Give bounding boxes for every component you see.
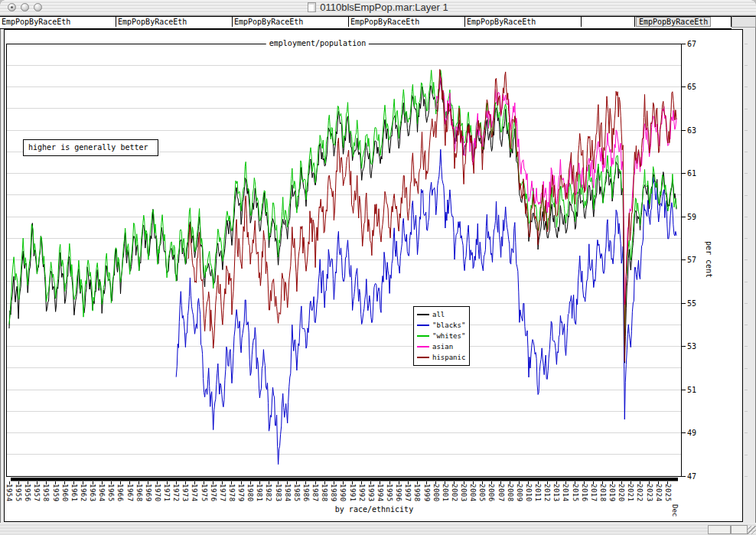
- x-tick-label: 1984: [284, 484, 292, 502]
- title-bar[interactable]: 0110blsEmpPop.mar:Layer 1: [0, 0, 756, 16]
- tab-emppopbyraceeth[interactable]: EmpPopByRaceEth: [465, 17, 582, 27]
- x-tick-label: 1987: [311, 484, 319, 502]
- tab-label: EmpPopByRaceEth: [636, 17, 711, 27]
- bottom-window-strip: [0, 523, 756, 535]
- x-tick-label: 2015: [572, 484, 579, 502]
- x-tick-label: 1988: [321, 484, 328, 502]
- x-tick-label: 2016: [581, 484, 588, 502]
- x-axis-end-label: Dec: [671, 504, 679, 517]
- tab-emppopbyraceeth[interactable]: EmpPopByRaceEth: [116, 17, 233, 27]
- y-tick-label: 57: [687, 256, 696, 264]
- y-tick-label: 67: [687, 40, 696, 48]
- x-tick-label: 1985: [293, 484, 301, 502]
- legend-line-swatch: [417, 325, 429, 326]
- chart-title: employment/population: [266, 39, 369, 48]
- legend-item: hispanic: [414, 352, 469, 363]
- x-tick-label: 1980: [246, 484, 254, 502]
- x-tick-label: 2002: [451, 484, 458, 502]
- x-tick-label: 1998: [413, 484, 421, 502]
- document-icon[interactable]: [308, 2, 316, 12]
- chart-plot: 1954195519561957195819591960196119621963…: [4, 29, 743, 522]
- y-tick-label: 63: [687, 126, 696, 135]
- x-tick-label: 1970: [154, 484, 161, 502]
- legend: all"blacks""whites"asianhispanic: [413, 306, 470, 366]
- legend-line-swatch: [417, 335, 429, 337]
- layer-tab-row: EmpPopByRaceEthEmpPopByRaceEthEmpPopByRa…: [0, 16, 732, 29]
- x-tick-label: 2003: [460, 484, 468, 502]
- x-tick-label: 2018: [599, 484, 607, 502]
- annotation-text: higher is generally better: [28, 143, 148, 152]
- x-tick-label: 1994: [376, 484, 384, 502]
- x-tick-label: 2012: [543, 484, 551, 502]
- x-tick-label: 1978: [228, 484, 236, 502]
- legend-item: "blacks": [414, 320, 469, 331]
- y-axis-title: per cent: [705, 241, 713, 278]
- x-tick-label: 2019: [608, 484, 616, 502]
- legend-item: asian: [414, 341, 469, 352]
- x-tick-label: 1957: [33, 484, 41, 502]
- y-tick-label: 47: [687, 472, 696, 481]
- x-tick-label: 1969: [145, 484, 152, 502]
- tab-spacer: [582, 17, 635, 27]
- x-tick-label: 2023: [646, 484, 653, 502]
- tab-emppopbyraceeth-selected[interactable]: EmpPopByRaceEth: [635, 17, 732, 27]
- x-tick-label: 1993: [367, 484, 375, 502]
- x-tick-label: 2014: [562, 484, 569, 502]
- x-axis-ticks: 1954195519561957195819591960196119621963…: [5, 481, 672, 502]
- x-tick-label: 1958: [42, 484, 50, 502]
- pane-control-box[interactable]: [731, 525, 748, 534]
- x-tick-label: 1976: [210, 484, 217, 502]
- x-tick-label: 1967: [126, 484, 134, 502]
- x-tick-label: 1983: [275, 484, 282, 502]
- x-tick-label: 1996: [395, 484, 402, 502]
- x-tick-label: 2011: [534, 484, 542, 502]
- x-tick-label: 1974: [191, 484, 198, 502]
- x-tick-label: 1962: [80, 484, 87, 502]
- x-tick-label: 2020: [618, 484, 625, 502]
- x-tick-label: 1956: [24, 484, 31, 502]
- x-tick-label: 2006: [487, 484, 495, 502]
- x-tick-label: 1963: [89, 484, 96, 502]
- x-tick-label: 1992: [358, 484, 366, 502]
- x-tick-label: 2022: [636, 484, 644, 502]
- x-tick-label: 1966: [116, 484, 124, 502]
- tab-row-end-box[interactable]: [732, 16, 756, 28]
- legend-line-swatch: [417, 346, 429, 347]
- x-tick-label: 1989: [330, 484, 337, 502]
- x-tick-label: 1955: [15, 484, 22, 502]
- annotation-box: higher is generally better: [23, 139, 158, 156]
- x-tick-label: 1991: [349, 484, 357, 502]
- tab-emppopbyraceeth[interactable]: EmpPopByRaceEth: [0, 17, 116, 27]
- x-tick-label: 1977: [219, 484, 226, 502]
- legend-label: "whites": [432, 332, 465, 340]
- x-tick-label: 1986: [302, 484, 310, 502]
- x-tick-label: 1968: [135, 484, 143, 502]
- x-tick-label: 1954: [5, 484, 13, 502]
- x-tick-label: 1972: [172, 484, 180, 502]
- x-tick-label: 1961: [70, 484, 78, 502]
- x-tick-label: 1959: [52, 484, 60, 502]
- x-tick-label: 2009: [516, 484, 523, 502]
- legend-label: all: [432, 311, 445, 318]
- legend-label: "blacks": [432, 321, 465, 329]
- tab-emppopbyraceeth[interactable]: EmpPopByRaceEth: [233, 17, 349, 27]
- x-tick-label: 1979: [237, 484, 245, 502]
- x-tick-label: 2013: [552, 484, 560, 502]
- right-ruler-strip: [745, 44, 748, 477]
- x-axis-title: by race/ethnicity: [335, 505, 413, 514]
- y-tick-label: 65: [687, 83, 696, 91]
- y-tick-label: 61: [687, 169, 696, 178]
- window-title-area: 0110blsEmpPop.mar:Layer 1: [0, 0, 756, 15]
- resize-grip-icon[interactable]: [748, 526, 756, 534]
- x-tick-label: 1975: [200, 484, 208, 502]
- x-tick-label: 1995: [386, 484, 393, 502]
- application-window: 0110blsEmpPop.mar:Layer 1 EmpPopByRaceEt…: [0, 0, 756, 535]
- tab-emppopbyraceeth[interactable]: EmpPopByRaceEth: [349, 17, 465, 27]
- y-tick-label: 51: [687, 386, 696, 394]
- x-tick-label: 2024: [655, 484, 663, 502]
- x-tick-label: 2005: [478, 484, 486, 502]
- pane-control-box[interactable]: [708, 525, 731, 534]
- y-axis-ticks: 4749515355575961636567: [681, 40, 696, 481]
- y-tick-label: 53: [687, 342, 696, 351]
- x-tick-label: 1990: [339, 484, 347, 502]
